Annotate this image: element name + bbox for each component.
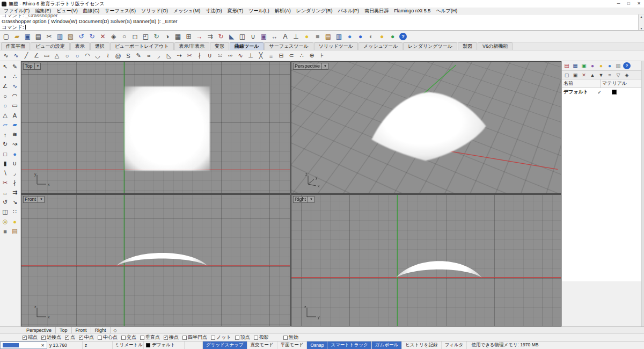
- intersect-icon[interactable]: ╳: [256, 52, 266, 60]
- properties-tab-icon[interactable]: ▤: [563, 62, 570, 69]
- viewport-menu-arrow-icon[interactable]: ▼: [38, 197, 43, 202]
- toggle-planar[interactable]: 平面モード: [277, 341, 308, 349]
- scroll-up-icon[interactable]: ▲: [640, 15, 643, 18]
- polyline-icon[interactable]: ∠: [32, 52, 41, 60]
- viewport-menu-arrow-icon[interactable]: ▼: [308, 197, 313, 202]
- freeform-curve-icon[interactable]: S: [123, 52, 133, 60]
- panel-scrollbar[interactable]: [641, 61, 644, 326]
- viewport-title-top[interactable]: Top ▼: [23, 63, 41, 70]
- grid-toggle-icon[interactable]: ⊞: [184, 31, 194, 41]
- lock-object-icon[interactable]: ■: [312, 31, 323, 41]
- arc-icon[interactable]: ◠: [83, 52, 92, 60]
- fillet-icon[interactable]: ◞: [10, 169, 19, 178]
- arc-tool-icon[interactable]: ◠: [10, 91, 19, 100]
- lights-tab-icon[interactable]: ●: [597, 62, 605, 69]
- rotate-tool-icon[interactable]: ↺: [1, 198, 10, 207]
- osnap-center[interactable]: 中心点: [98, 334, 118, 341]
- osnap-tangent[interactable]: 接点: [164, 334, 179, 341]
- toolbar-tab[interactable]: 表示/非表示: [174, 42, 210, 50]
- layer-row[interactable]: デフォルト ✓: [562, 88, 644, 96]
- render-tab-icon[interactable]: ●: [606, 62, 613, 69]
- delete-icon[interactable]: ✕: [98, 31, 108, 41]
- render-preview-icon[interactable]: ◐: [366, 31, 376, 41]
- current-layer-check-icon[interactable]: ✓: [596, 90, 603, 95]
- toggle-grid-snap[interactable]: グリッドスナップ: [203, 341, 247, 349]
- expand-layers-icon[interactable]: ≡: [606, 71, 613, 78]
- undo-icon[interactable]: ↺: [76, 31, 86, 41]
- menu-item[interactable]: 編集(E): [32, 8, 54, 14]
- surface-3pt-icon[interactable]: ▱: [1, 120, 10, 129]
- surface-perspective-view[interactable]: [371, 92, 486, 161]
- scale-icon[interactable]: ◣: [226, 31, 237, 41]
- rectangle-icon[interactable]: ▭: [42, 52, 52, 60]
- viewport-tab[interactable]: Top: [56, 327, 72, 333]
- pan-view-icon[interactable]: ◈: [108, 31, 119, 41]
- surface-corner-icon[interactable]: ▰: [10, 120, 19, 129]
- zoom-window-icon[interactable]: ◻: [130, 31, 140, 41]
- blend-curve-icon[interactable]: ∾: [225, 52, 235, 60]
- points-on-curve-icon[interactable]: ∴: [297, 52, 306, 60]
- earth-icon[interactable]: ●: [387, 31, 398, 41]
- menu-item[interactable]: ヘルプ(H): [433, 8, 460, 14]
- toolbar-tab[interactable]: 表示: [70, 42, 90, 50]
- toolbar-tab[interactable]: メッシュツール: [358, 42, 402, 50]
- menu-item[interactable]: メッシュ(M): [171, 8, 203, 14]
- toolbar-tab[interactable]: 製図: [458, 42, 477, 50]
- units-display[interactable]: ミリメートル: [113, 341, 144, 349]
- rectangle-tool-icon[interactable]: ▭: [10, 101, 19, 110]
- circle-tool-icon[interactable]: ○: [1, 91, 10, 100]
- mini-close-icon[interactable]: ✕: [41, 343, 45, 348]
- fillet-curve-icon[interactable]: ◞: [154, 52, 164, 60]
- box-icon[interactable]: □: [1, 149, 10, 158]
- menu-item[interactable]: 変形(T): [225, 8, 246, 14]
- line-icon[interactable]: ╱: [21, 52, 31, 60]
- toggle-filter[interactable]: フィルタ: [442, 341, 467, 349]
- osnap-mid[interactable]: 中点: [79, 334, 94, 341]
- delete-layer-icon[interactable]: ✕: [580, 71, 588, 78]
- ellipse-tool-icon[interactable]: ○: [1, 101, 10, 110]
- materials-tab-icon[interactable]: ●: [589, 62, 596, 69]
- viewport-perspective[interactable]: z x y Perspective ▼: [291, 61, 561, 194]
- toolbar-tab[interactable]: 選択: [90, 42, 109, 50]
- revolve-icon[interactable]: ↻: [1, 140, 10, 149]
- command-area[interactable]: コマンド: _Grasshopper Grasshopper option ( …: [0, 14, 644, 31]
- print-icon[interactable]: ▤: [33, 31, 43, 41]
- zoom-dynamic-icon[interactable]: ○: [119, 31, 129, 41]
- interpolate-curve-icon[interactable]: ∿: [11, 52, 21, 60]
- menu-item[interactable]: ツール(L): [246, 8, 272, 14]
- osnap-end[interactable]: 端点: [23, 334, 38, 341]
- toolbar-tab[interactable]: レンダリングツール: [403, 42, 457, 50]
- new-file-icon[interactable]: ▢: [1, 31, 11, 41]
- notes-tab-icon[interactable]: ▥: [614, 62, 622, 69]
- viewport-front[interactable]: z x Front ▼: [21, 194, 290, 326]
- close-icon[interactable]: ✕: [634, 0, 644, 8]
- minimize-icon[interactable]: ─: [613, 0, 624, 8]
- move-layer-down-icon[interactable]: ▼: [597, 71, 605, 78]
- display-tab-icon[interactable]: ▣: [580, 62, 588, 69]
- menu-item[interactable]: 南日奥日辞: [362, 8, 391, 14]
- surface-top-view[interactable]: [125, 86, 210, 171]
- material-drop-icon[interactable]: ●: [345, 31, 355, 41]
- lock-icon[interactable]: ■: [1, 227, 10, 236]
- cplane-popup[interactable]: ✕: [0, 341, 47, 349]
- loft-icon[interactable]: ≋: [10, 130, 19, 139]
- command-prompt-line[interactable]: コマンド:: [2, 24, 637, 30]
- viewport-menu-arrow-icon[interactable]: ▼: [34, 63, 40, 69]
- viewport-title-perspective[interactable]: Perspective ▼: [293, 63, 328, 70]
- project-curve-icon[interactable]: ⊥: [246, 52, 255, 60]
- copy-tool-icon[interactable]: ⇉: [10, 188, 19, 197]
- rotate-view-icon[interactable]: ↻: [151, 31, 162, 41]
- viewport-top[interactable]: y x Top ▼: [21, 61, 290, 194]
- trim-tool-icon[interactable]: ✂: [1, 178, 10, 187]
- polygon-icon[interactable]: △: [52, 52, 62, 60]
- menu-item[interactable]: パネル(P): [335, 8, 362, 14]
- menu-item[interactable]: 解析(A): [272, 8, 294, 14]
- gumball-icon[interactable]: ◎: [1, 217, 10, 226]
- move-icon[interactable]: →: [194, 31, 204, 41]
- sun-icon[interactable]: ●: [377, 31, 387, 41]
- rotate-icon[interactable]: ↻: [216, 31, 226, 41]
- menu-item[interactable]: レンダリング(R): [294, 8, 335, 14]
- toggle-smarttrack[interactable]: スマートトラック: [327, 341, 371, 349]
- handlebar-editor-icon[interactable]: ⊦: [317, 52, 327, 60]
- layer-tool-icon[interactable]: ▤: [10, 227, 19, 236]
